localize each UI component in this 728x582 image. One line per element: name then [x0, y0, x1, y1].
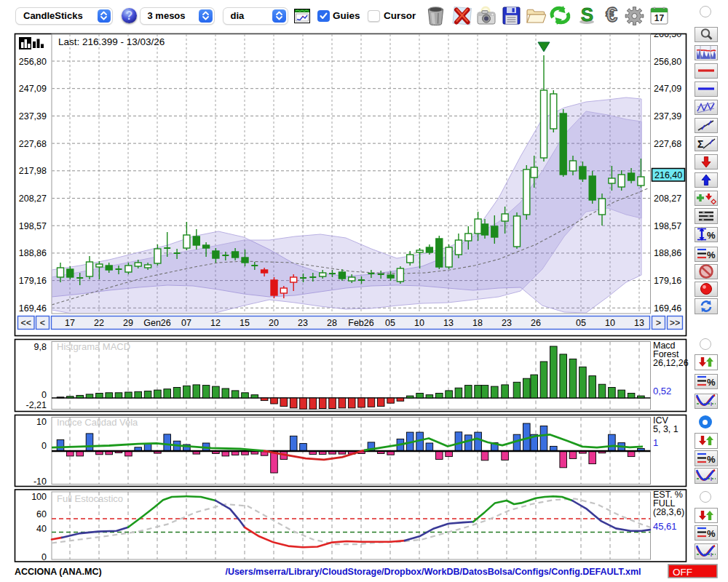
svg-text:10: 10	[414, 318, 424, 328]
svg-text:10: 10	[36, 417, 47, 427]
svg-text:0: 0	[41, 390, 47, 400]
svg-text:07: 07	[181, 318, 191, 328]
svg-text:Feb26: Feb26	[348, 318, 373, 328]
svg-text:05: 05	[385, 318, 395, 328]
svg-text:26,12,26: 26,12,26	[653, 358, 689, 368]
svg-text:(28,3,6): (28,3,6)	[653, 507, 684, 517]
svg-text:05: 05	[576, 318, 586, 328]
svg-text:217,98: 217,98	[19, 166, 47, 176]
svg-text:40: 40	[36, 524, 47, 534]
svg-text:-2,21: -2,21	[26, 400, 47, 410]
svg-text:169,46: 169,46	[19, 303, 47, 314]
svg-text:Full Estocastico: Full Estocastico	[57, 493, 123, 504]
svg-text:227,68: 227,68	[19, 139, 47, 149]
svg-text:23: 23	[298, 318, 308, 328]
svg-text:>>: >>	[670, 318, 681, 328]
svg-text:169,46: 169,46	[654, 303, 681, 314]
svg-text:188,86: 188,86	[654, 248, 681, 258]
svg-text:15: 15	[240, 318, 250, 328]
svg-text:%: %	[707, 377, 716, 388]
svg-text:60: 60	[36, 509, 47, 519]
svg-text:Last: 216.399 - 13/03/26: Last: 216.399 - 13/03/26	[58, 36, 165, 47]
svg-text:-10: -10	[33, 477, 47, 487]
svg-text:%: %	[707, 230, 716, 241]
svg-text:17: 17	[65, 318, 75, 328]
svg-text:17: 17	[654, 13, 665, 23]
svg-text:227,68: 227,68	[654, 139, 681, 149]
svg-text:216,40: 216,40	[654, 170, 682, 180]
svg-text:OFF: OFF	[673, 567, 692, 578]
svg-text:188,86: 188,86	[19, 248, 47, 258]
svg-text:ACCIONA (ANA.MC): ACCIONA (ANA.MC)	[15, 567, 102, 577]
svg-text:%: %	[707, 454, 716, 465]
svg-text:9,8: 9,8	[34, 342, 47, 352]
svg-text:198,57: 198,57	[19, 221, 47, 231]
svg-text:Σ: Σ	[697, 138, 703, 150]
svg-text:179,16: 179,16	[654, 276, 681, 286]
svg-text:0,52: 0,52	[653, 386, 671, 396]
svg-text:18: 18	[472, 318, 483, 328]
svg-text:Histgrama MACD: Histgrama MACD	[57, 341, 130, 352]
svg-text:29: 29	[123, 318, 133, 328]
svg-text:100: 100	[31, 492, 47, 502]
svg-text:Indice Calidad Vela: Indice Calidad Vela	[57, 417, 138, 428]
svg-text:23: 23	[502, 318, 512, 328]
svg-text:13: 13	[443, 318, 454, 328]
svg-text:256,80: 256,80	[654, 57, 681, 67]
svg-text:247,09: 247,09	[654, 84, 681, 94]
svg-text:5, 3, 1: 5, 3, 1	[653, 424, 678, 434]
svg-text:198,57: 198,57	[654, 221, 681, 231]
svg-text:237,39: 237,39	[19, 111, 47, 121]
svg-text:247,09: 247,09	[19, 84, 47, 94]
svg-text:256,80: 256,80	[19, 57, 47, 67]
svg-text:%: %	[707, 528, 716, 539]
svg-text:12: 12	[210, 318, 221, 328]
svg-text:45,61: 45,61	[653, 521, 677, 532]
svg-text:0: 0	[41, 552, 47, 562]
svg-text:208,27: 208,27	[654, 194, 681, 204]
svg-text:<: <	[40, 318, 45, 328]
svg-text:13: 13	[634, 318, 644, 328]
svg-text:€: €	[606, 4, 617, 25]
svg-text:>: >	[656, 318, 661, 328]
svg-text:S: S	[581, 4, 593, 25]
svg-text:20: 20	[269, 318, 279, 328]
svg-text:28: 28	[327, 318, 337, 328]
svg-text:0: 0	[41, 441, 47, 451]
svg-text:Gen26: Gen26	[143, 318, 171, 328]
svg-text:1: 1	[653, 437, 658, 448]
svg-text:%: %	[707, 250, 716, 260]
svg-text:179,16: 179,16	[19, 276, 47, 286]
svg-text:208,27: 208,27	[19, 194, 47, 204]
svg-text:237,39: 237,39	[654, 111, 681, 121]
svg-text:/Users/mserra/Library/CloudSto: /Users/mserra/Library/CloudStorage/Dropb…	[225, 567, 641, 577]
svg-text:22: 22	[94, 318, 104, 328]
svg-text:10: 10	[605, 318, 615, 328]
svg-text:26: 26	[531, 318, 541, 328]
svg-text:<<: <<	[20, 318, 31, 328]
